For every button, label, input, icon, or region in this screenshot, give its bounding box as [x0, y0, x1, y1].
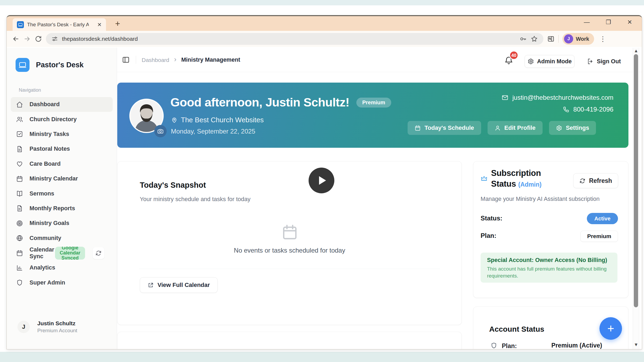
calendar-icon	[415, 125, 421, 131]
subscription-title: Subscription Status (Admin)	[491, 168, 541, 190]
home-icon	[16, 101, 23, 108]
refresh-label: Refresh	[589, 177, 612, 184]
greeting-title: Good afternoon, Justin Schultz!	[170, 95, 349, 109]
settings-button[interactable]: Settings	[549, 121, 596, 135]
subscription-title-line1: Subscription	[491, 168, 541, 179]
new-tab-button[interactable]: +	[115, 19, 120, 29]
plan-label: Plan:	[481, 232, 496, 239]
close-button[interactable]: ✕	[627, 19, 632, 26]
sidebar-item-label: Monthly Reports	[30, 205, 75, 212]
sidebar-item-sermons[interactable]: Sermons	[11, 186, 113, 201]
sidebar-item-monthly-reports[interactable]: Monthly Reports	[11, 201, 113, 216]
browser-toolbar: thepastorsdesk.net/dashboard J Work ⋮	[7, 31, 642, 47]
user-name: Justin Schultz	[37, 320, 77, 327]
scrollbar-down-icon[interactable]: ▼	[634, 342, 638, 348]
video-play-button[interactable]	[309, 168, 334, 193]
status-label: Status:	[481, 215, 502, 222]
admin-tag: (Admin)	[518, 181, 541, 188]
scrollbar-thumb[interactable]	[634, 54, 638, 307]
browser-tab[interactable]: The Pastor's Desk - Early Acces ✕	[13, 18, 106, 31]
account-plan-label: Plan:	[502, 342, 517, 349]
status-active-badge: Active	[587, 213, 618, 224]
refresh-button[interactable]: Refresh	[573, 173, 618, 188]
page-bottom-strip	[0, 352, 644, 362]
sidebar-user[interactable]: J Justin Schultz Premium Account	[17, 320, 77, 334]
forward-icon[interactable]	[23, 35, 31, 43]
crown-icon	[480, 175, 488, 182]
page-scrollbar[interactable]: ▲ ▼	[633, 48, 639, 349]
sign-out-button[interactable]: Sign Out	[584, 55, 624, 68]
heart-icon	[16, 160, 23, 167]
tab-close-icon[interactable]: ✕	[97, 21, 102, 28]
organization-row: The Best Church Websites	[171, 116, 264, 124]
back-icon[interactable]	[12, 35, 20, 43]
location-pin-icon	[171, 117, 178, 123]
edit-profile-button[interactable]: Edit Profile	[488, 121, 543, 135]
minimize-button[interactable]: —	[584, 19, 590, 26]
globe-icon	[16, 235, 23, 242]
sidebar-item-community[interactable]: Community	[11, 231, 113, 246]
logo-text: Pastor's Desk	[36, 61, 84, 69]
subscription-title-line2: Status (Admin)	[491, 179, 541, 190]
url-text: thepastorsdesk.net/dashboard	[62, 36, 138, 42]
sidebar-item-label: Ministry Calendar	[30, 175, 78, 182]
snapshot-divider	[139, 269, 440, 269]
sidebar-item-church-directory[interactable]: Church Directory	[11, 112, 113, 127]
add-floating-button[interactable]: +	[599, 317, 622, 340]
play-icon	[319, 176, 326, 185]
profile-avatar: J	[564, 34, 573, 43]
main-area: Dashboard › Ministry Management 40 Admin…	[117, 48, 642, 349]
admin-mode-button[interactable]: Admin Mode	[525, 55, 575, 68]
side-panel-icon[interactable]	[547, 35, 555, 43]
sync-badge-line: Calendar	[60, 250, 80, 256]
address-bar[interactable]: thepastorsdesk.net/dashboard	[46, 33, 543, 45]
sync-badge-line: Google	[62, 247, 78, 251]
sidebar-item-ministry-calendar[interactable]: Ministry Calendar	[11, 171, 113, 186]
logo-laptop-icon	[16, 58, 30, 72]
sidebar-item-label: Super Admin	[30, 279, 65, 286]
special-account-title: Special Account: Owner Access (No Billin…	[487, 257, 607, 264]
user-plan-label: Premium Account	[37, 328, 77, 334]
shield-icon	[16, 279, 23, 286]
sidebar-item-super-admin[interactable]: Super Admin	[11, 275, 113, 290]
book-open-icon	[16, 190, 23, 197]
partial-bottom-card	[117, 332, 462, 349]
calendar-icon	[16, 175, 23, 182]
mail-icon	[502, 94, 508, 101]
breadcrumb-dashboard[interactable]: Dashboard	[142, 57, 169, 63]
site-info-icon[interactable]	[51, 35, 58, 42]
hero-button-label: Settings	[566, 124, 589, 131]
sidebar-item-dashboard[interactable]: Dashboard	[11, 97, 113, 112]
sidebar-item-pastoral-notes[interactable]: Pastoral Notes	[11, 142, 113, 156]
bookmark-star-icon[interactable]	[530, 35, 538, 43]
sidebar-item-label: Analytics	[30, 264, 55, 271]
sign-out-label: Sign Out	[597, 58, 621, 65]
sidebar-item-care-board[interactable]: Care Board	[11, 157, 113, 171]
sidebar-item-ministry-goals[interactable]: Ministry Goals	[11, 216, 113, 231]
browser-window: The Pastor's Desk - Early Acces ✕ + — ❐ …	[7, 15, 642, 349]
password-key-icon[interactable]	[519, 35, 527, 43]
browser-profile-chip[interactable]: J Work	[562, 33, 594, 45]
external-link-icon	[148, 282, 154, 288]
reload-icon[interactable]	[35, 35, 42, 43]
maximize-button[interactable]: ❐	[606, 19, 611, 26]
contact-info: justin@thebestchurchwebsites.com 800-419…	[502, 94, 613, 113]
page-topbar: Dashboard › Ministry Management 40 Admin…	[117, 48, 642, 72]
view-full-calendar-button[interactable]: View Full Calendar	[140, 277, 218, 293]
hero-button-label: Edit Profile	[504, 124, 536, 131]
today-s-schedule-button[interactable]: Today's Schedule	[408, 121, 481, 135]
sidebar-item-label: Dashboard	[30, 101, 60, 108]
sidebar-toggle-icon[interactable]	[122, 56, 130, 64]
tab-favicon-laptop-icon	[17, 21, 24, 28]
special-account-notice: Special Account: Owner Access (No Billin…	[481, 253, 617, 283]
sidebar-item-calendar-sync[interactable]: Calendar SyncGoogleCalendarSynced	[11, 246, 113, 260]
browser-menu-icon[interactable]: ⋮	[598, 35, 608, 43]
file-text-icon	[16, 146, 23, 153]
camera-icon[interactable]	[154, 125, 167, 137]
topbar-divider	[136, 56, 136, 64]
tab-title: The Pastor's Desk - Early Acces	[27, 22, 89, 28]
calendar-sync-refresh-button[interactable]	[93, 247, 104, 259]
scrollbar-up-icon[interactable]: ▲	[634, 48, 638, 54]
sidebar-item-analytics[interactable]: Analytics	[11, 260, 113, 275]
sidebar-item-ministry-tasks[interactable]: Ministry Tasks	[11, 127, 113, 142]
